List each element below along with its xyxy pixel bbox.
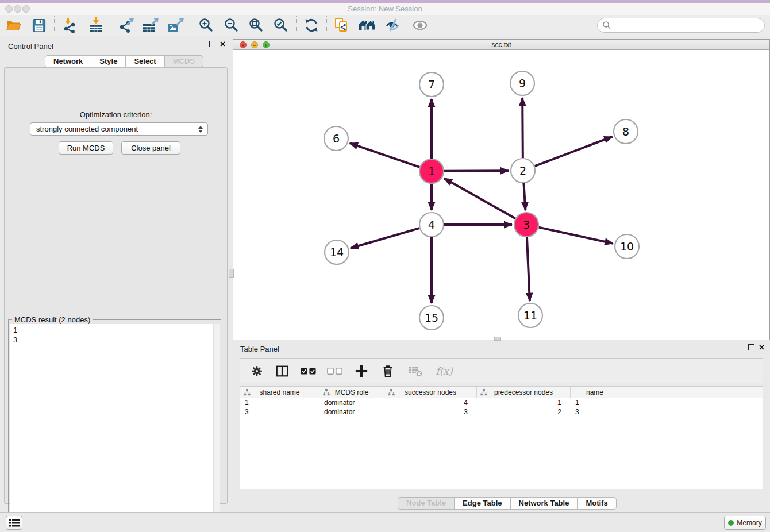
network-title: scc.txt xyxy=(233,41,769,49)
zoom-selected-icon[interactable] xyxy=(272,16,290,34)
deselect-all-columns-icon[interactable] xyxy=(326,363,344,380)
table-cell[interactable]: 3 xyxy=(240,407,319,417)
table-cell[interactable]: 1 xyxy=(477,398,571,407)
table-cell[interactable]: dominator xyxy=(319,398,384,407)
toolbar-separator xyxy=(191,16,191,34)
import-table-icon[interactable] xyxy=(87,16,105,34)
export-network-icon[interactable] xyxy=(117,16,136,34)
select-all-columns-icon[interactable] xyxy=(300,363,317,380)
close-panel-button[interactable]: Close panel xyxy=(121,141,180,155)
delete-table-icon[interactable] xyxy=(407,363,424,380)
vertical-splitter-handle[interactable] xyxy=(229,269,234,278)
network-overview-icon[interactable] xyxy=(333,16,351,34)
graph-edge-2-9[interactable] xyxy=(522,98,523,158)
graph-edge-1-2[interactable] xyxy=(444,171,509,171)
toolbar-separator xyxy=(296,16,297,34)
add-column-icon[interactable] xyxy=(353,363,370,380)
graph-node-11[interactable]: 11 xyxy=(518,303,542,327)
column-header-mcds-role[interactable]: MCDS role xyxy=(319,387,384,398)
graph-node-1[interactable]: 1 xyxy=(419,159,444,183)
graph-node-6[interactable]: 6 xyxy=(324,126,348,151)
tab-style[interactable]: Style xyxy=(91,55,125,68)
split-table-icon[interactable] xyxy=(274,363,291,380)
column-header-successor-nodes[interactable]: successor nodes xyxy=(384,387,477,398)
tab-motifs[interactable]: Motifs xyxy=(577,497,616,510)
dropdown-value: strongly connected component xyxy=(36,125,138,133)
svg-text:4: 4 xyxy=(428,218,435,231)
table-cell[interactable]: 3 xyxy=(571,407,619,417)
column-header-predecessor-nodes[interactable]: predecessor nodes xyxy=(477,387,571,398)
graph-node-10[interactable]: 10 xyxy=(615,234,639,259)
close-table-panel-icon[interactable]: × xyxy=(759,344,764,350)
graph-node-15[interactable]: 15 xyxy=(419,306,444,330)
mcds-result-textarea[interactable]: 1 3 xyxy=(10,324,220,530)
graph-edge-3-11[interactable] xyxy=(527,237,530,301)
table-row[interactable]: 3dominator323 xyxy=(240,407,763,417)
graph-edge-2-8[interactable] xyxy=(535,137,613,166)
graph-node-3[interactable]: 3 xyxy=(514,213,538,237)
dropdown-stepper-icon xyxy=(197,125,204,134)
svg-text:2: 2 xyxy=(519,164,526,177)
search-input[interactable] xyxy=(611,20,764,31)
control-panel-tabs: NetworkStyleSelectMCDS xyxy=(45,55,203,68)
graph-node-14[interactable]: 14 xyxy=(325,240,349,264)
export-image-icon[interactable] xyxy=(167,16,185,34)
table-cell[interactable]: dominator xyxy=(319,407,384,417)
network-view-window: × − + scc.txt 7968124314101511 xyxy=(233,39,770,340)
show-all-nodes-icon[interactable] xyxy=(358,16,376,34)
graph-node-2[interactable]: 2 xyxy=(511,159,535,183)
column-header-name[interactable]: name xyxy=(571,387,619,398)
network-window-titlebar[interactable]: × − + scc.txt xyxy=(233,40,769,50)
float-panel-icon[interactable] xyxy=(209,41,215,47)
result-scrollbar[interactable] xyxy=(213,324,220,530)
table-row[interactable]: 1dominator411 xyxy=(240,398,763,407)
run-mcds-button[interactable]: Run MCDS xyxy=(59,141,113,155)
mcds-result-values: 1 3 xyxy=(13,325,17,345)
tab-select[interactable]: Select xyxy=(125,55,164,68)
open-session-icon[interactable] xyxy=(5,16,23,34)
show-graphics-details-icon[interactable] xyxy=(411,16,429,34)
table-cell[interactable]: 2 xyxy=(477,407,571,417)
toggle-node-labels-icon[interactable] xyxy=(384,16,403,34)
search-field[interactable] xyxy=(597,18,765,33)
table-cell[interactable]: 4 xyxy=(384,398,477,407)
svg-text:1: 1 xyxy=(428,165,435,178)
graph-edge-3-10[interactable] xyxy=(538,228,613,244)
graph-edge-2-3[interactable] xyxy=(523,183,525,210)
horizontal-splitter-handle[interactable] xyxy=(494,337,501,341)
graph-edge-3-1[interactable] xyxy=(444,178,515,218)
zoom-fit-icon[interactable] xyxy=(247,16,265,34)
memory-button[interactable]: Memory xyxy=(724,516,766,530)
export-table-icon[interactable] xyxy=(141,16,160,34)
graph-node-4[interactable]: 4 xyxy=(419,213,444,237)
import-network-icon[interactable] xyxy=(60,16,79,34)
task-history-button[interactable] xyxy=(6,516,22,530)
tab-mcds[interactable]: MCDS xyxy=(164,55,203,68)
tab-network[interactable]: Network xyxy=(45,55,91,68)
zoom-in-icon[interactable] xyxy=(197,16,215,34)
table-cell[interactable]: 3 xyxy=(384,407,477,417)
graph-edge-1-6[interactable] xyxy=(350,143,420,167)
close-panel-icon[interactable]: × xyxy=(220,41,225,47)
function-builder-icon[interactable]: f(x) xyxy=(432,363,456,380)
float-table-panel-icon[interactable] xyxy=(748,344,754,350)
graph-edge-4-14[interactable] xyxy=(351,228,419,248)
table-cell[interactable]: 1 xyxy=(240,398,319,407)
tab-edge-table[interactable]: Edge Table xyxy=(454,497,510,510)
graph-node-8[interactable]: 8 xyxy=(614,119,638,144)
column-settings-icon[interactable] xyxy=(248,363,265,380)
mcds-result-title: MCDS result (2 nodes) xyxy=(12,315,93,324)
optimization-criterion-dropdown[interactable]: strongly connected component xyxy=(30,122,208,136)
network-canvas[interactable]: 7968124314101511 xyxy=(233,50,769,340)
delete-column-icon[interactable] xyxy=(379,363,396,380)
zoom-out-icon[interactable] xyxy=(222,16,241,34)
apply-layout-icon[interactable] xyxy=(302,16,321,34)
tab-network-table[interactable]: Network Table xyxy=(510,497,578,510)
column-header-shared-name[interactable]: shared name xyxy=(240,387,319,398)
table-cell[interactable]: 1 xyxy=(571,398,619,407)
tab-node-table[interactable]: Node Table xyxy=(398,497,454,510)
graph-node-9[interactable]: 9 xyxy=(510,71,534,95)
mcds-result-group: MCDS result (2 nodes) 1 3 xyxy=(8,319,221,532)
graph-node-7[interactable]: 7 xyxy=(419,72,444,97)
save-session-icon[interactable] xyxy=(30,16,48,34)
